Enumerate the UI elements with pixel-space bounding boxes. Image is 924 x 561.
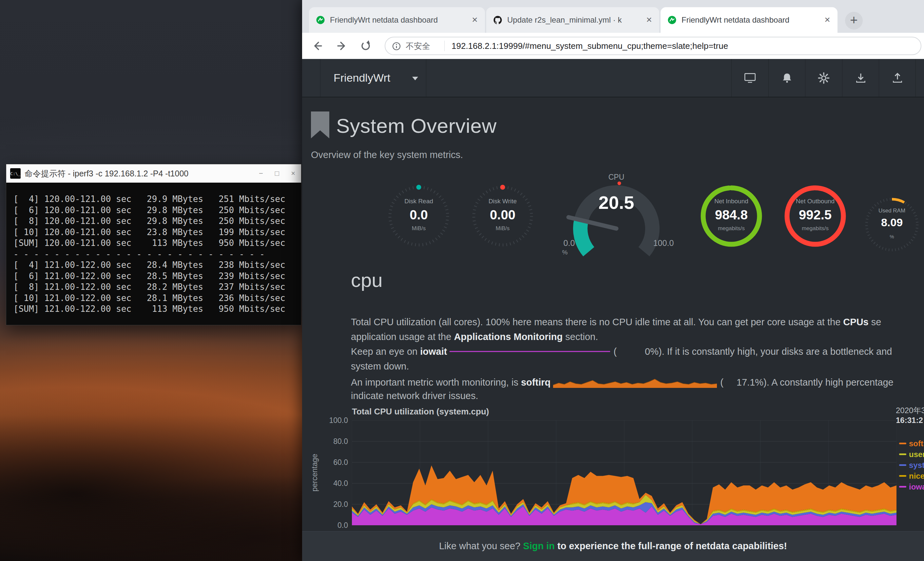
gauge-value: 8.09	[863, 216, 921, 229]
dashboard-navbar: FriendlyWrt	[302, 59, 924, 98]
terminal-output[interactable]: [ 4] 120.00-121.00 sec 29.9 MBytes 251 M…	[6, 183, 301, 325]
gauge-cpu[interactable]: CPU 20.5 0.0 100.0 %	[554, 170, 679, 262]
browser-tab-github[interactable]: Update r2s_lean_minimal.yml · k ×	[486, 7, 659, 33]
terminal-window[interactable]: C:\_ 命令提示符 - iperf3 -c 192.168.1.2 -P4 -…	[6, 164, 302, 325]
chevron-down-icon	[412, 77, 418, 80]
gauge-value: 984.8	[699, 208, 764, 222]
legend-item-nice[interactable]: nice	[899, 471, 924, 481]
url-text[interactable]: 192.168.2.1:19999/#menu_system_submenu_c…	[452, 38, 914, 54]
text-segment: softirq	[521, 377, 550, 388]
forward-button[interactable]	[334, 39, 349, 53]
desktop: C:\_ 命令提示符 - iperf3 -c 192.168.1.2 -P4 -…	[0, 0, 924, 561]
text-segment: se	[868, 317, 881, 327]
gauge-unit: MiB/s	[470, 225, 536, 232]
chart-title: Total CPU utilization (system.cpu)	[352, 406, 489, 417]
window-controls: − □ ×	[259, 164, 295, 183]
y-axis-tick: 100.0	[309, 416, 348, 425]
address-bar[interactable]: 不安全 192.168.2.1:19999/#menu_system_subme…	[385, 37, 921, 55]
legend-label: user	[909, 450, 924, 459]
gauge-net-outbound[interactable]: Net Outbound 992.5 megabits/s	[783, 183, 848, 249]
new-tab-button[interactable]: +	[845, 12, 863, 30]
cmd-icon: C:\_	[10, 168, 21, 179]
import-download-button[interactable]	[842, 59, 879, 97]
legend-item-iowait[interactable]: iowait	[899, 481, 924, 492]
description-line: Keep an eye on iowait(0%). If it is cons…	[351, 344, 924, 359]
legend-item-system[interactable]: system	[899, 460, 924, 471]
address-divider	[444, 41, 445, 51]
alarms-bell-button[interactable]	[768, 59, 806, 97]
browser-tab-netdata-2-active[interactable]: FriendlyWrt netdata dashboard ×	[660, 7, 837, 33]
softirq-sparkline[interactable]	[553, 374, 717, 388]
cpu-speedometer-icon	[554, 170, 679, 262]
tab-close-icon[interactable]: ×	[822, 14, 833, 26]
gauge-min: 0.0	[559, 238, 580, 248]
netdata-dashboard: FriendlyWrt	[302, 59, 924, 561]
legend-label: nice	[909, 471, 924, 481]
browser-tab-netdata-1[interactable]: FriendlyWrt netdata dashboard ×	[309, 7, 485, 33]
text-segment[interactable]: Sign in	[523, 541, 555, 551]
gauge-label: CPU	[554, 173, 679, 182]
gauge-max: 100.0	[650, 238, 676, 248]
info-icon[interactable]	[392, 42, 401, 51]
description-line: An important metric worth monitoring, is…	[351, 374, 924, 388]
security-label[interactable]: 不安全	[406, 38, 430, 54]
description-line: system down.	[351, 359, 924, 374]
iowait-sparkline[interactable]	[450, 349, 610, 354]
legend-item-user[interactable]: user	[899, 449, 924, 460]
description-line: indicate network driver issues.	[351, 388, 924, 403]
text-segment: application usage at the	[351, 331, 454, 342]
gauge-used-ram[interactable]: Used RAM 8.09 %	[863, 196, 921, 253]
minimize-icon[interactable]: −	[259, 169, 263, 178]
gauge-net-inbound[interactable]: Net Inbound 984.8 megabits/s	[699, 183, 764, 249]
maximize-icon[interactable]: □	[275, 169, 279, 178]
tab-title: FriendlyWrt netdata dashboard	[330, 15, 467, 25]
text-segment: iowait	[420, 346, 447, 357]
close-icon[interactable]: ×	[291, 169, 295, 178]
legend-swatch-icon	[899, 443, 906, 444]
gauge-disk-read[interactable]: Disk Read 0.0 MiB/s	[386, 183, 452, 249]
text-segment: Total CPU utilization (all cores). 100% …	[351, 317, 843, 327]
text-segment: Like what you see?	[439, 541, 523, 551]
description-text: 0%). If it is constantly high, your disk…	[645, 346, 892, 357]
reload-button[interactable]	[358, 39, 373, 53]
export-upload-button[interactable]	[879, 59, 916, 97]
settings-gear-button[interactable]	[805, 59, 842, 97]
host-dropdown[interactable]: FriendlyWrt	[320, 59, 426, 97]
description-text: (	[614, 346, 616, 357]
gauge-unit: megabits/s	[699, 225, 764, 232]
chart-legend: softirqusersystemniceiowait	[899, 438, 924, 492]
gauge-unit: %	[557, 249, 573, 256]
back-button[interactable]	[310, 39, 325, 53]
signin-text[interactable]: Like what you see? Sign in to experience…	[302, 531, 924, 560]
description-text: 17.1%). A constantly high percentage	[736, 377, 894, 388]
description-line: Total CPU utilization (all cores). 100% …	[351, 315, 924, 329]
browser-tabstrip: FriendlyWrt netdata dashboard × Update r…	[302, 0, 924, 33]
gauge-value: 0.0	[386, 208, 452, 222]
gauge-label: Disk Read	[386, 198, 452, 205]
legend-swatch-icon	[899, 464, 906, 466]
github-favicon-icon	[493, 15, 502, 25]
tab-close-icon[interactable]: ×	[644, 14, 655, 26]
tab-close-icon[interactable]: ×	[469, 14, 480, 26]
y-axis-label: percentage	[310, 440, 319, 505]
terminal-titlebar[interactable]: C:\_ 命令提示符 - iperf3 -c 192.168.1.2 -P4 -…	[6, 164, 301, 183]
description-text: An important metric worth monitoring, is…	[351, 377, 550, 388]
print-monitor-button[interactable]	[731, 59, 768, 97]
chart-datetime: 2020年3 16:31:2	[896, 405, 924, 425]
terminal-title: 命令提示符 - iperf3 -c 192.168.1.2 -P4 -t1000	[25, 168, 188, 179]
gauge-disk-write[interactable]: Disk Write 0.00 MiB/s	[470, 183, 536, 249]
gauge-label: Net Outbound	[783, 198, 848, 205]
browser-window: FriendlyWrt netdata dashboard × Update r…	[302, 0, 924, 561]
tab-title: Update r2s_lean_minimal.yml · k	[507, 15, 642, 25]
cpu-utilization-chart[interactable]	[352, 420, 897, 525]
text-segment: CPUs	[843, 317, 868, 327]
gauge-unit: %	[863, 234, 921, 239]
page-title: System Overview	[336, 114, 497, 137]
legend-item-softirq[interactable]: softirq	[899, 438, 924, 449]
gauge-value: 0.00	[470, 208, 536, 222]
text-segment: An important metric worth monitoring, is	[351, 377, 521, 388]
gauge-label: Net Inbound	[699, 198, 764, 205]
text-segment: section.	[562, 331, 598, 342]
chart-date-value: 2020年3	[896, 405, 924, 416]
gauge-unit: megabits/s	[783, 225, 848, 232]
